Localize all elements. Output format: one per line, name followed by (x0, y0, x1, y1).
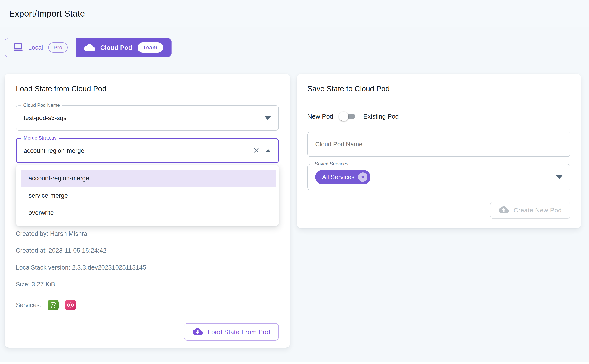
chevron-down-icon[interactable] (265, 116, 271, 120)
services-row: Services: (16, 299, 279, 311)
created-by-text: Created by: Harsh Mishra (16, 230, 279, 237)
laptop-icon (13, 43, 23, 52)
bottom-divider (0, 362, 589, 364)
all-services-chip-label: All Services (322, 174, 354, 181)
mode-tab-group: Local Pro Cloud Pod Team (5, 38, 172, 58)
tab-cloud-pod-label: Cloud Pod (100, 44, 132, 51)
all-services-chip[interactable]: All Services (315, 170, 371, 184)
pod-metadata: Created by: Harsh Mishra Created at: 202… (16, 230, 279, 288)
option-overwrite[interactable]: overwrite (21, 204, 276, 221)
option-service-merge[interactable]: service-merge (21, 187, 276, 204)
sqs-service-icon (65, 299, 76, 311)
tab-local-label: Local (28, 44, 43, 51)
page-title: Export/Import State (9, 8, 85, 19)
export-import-state-page: Export/Import State Local Pro (0, 0, 589, 364)
load-state-button[interactable]: Load State From Pod (184, 323, 279, 340)
new-pod-label: New Pod (307, 113, 333, 120)
load-state-card: Load State from Cloud Pod Cloud Pod Name… (5, 74, 290, 348)
localstack-version-text: LocalStack version: 2.3.3.dev20231025113… (16, 264, 279, 271)
saved-services-select[interactable]: Saved Services All Services (307, 164, 570, 190)
cloud-icon (84, 43, 95, 52)
create-new-pod-button-label: Create New Pod (514, 207, 562, 214)
pro-badge: Pro (48, 42, 68, 52)
tab-local[interactable]: Local Pro (5, 38, 76, 57)
created-at-text: Created at: 2023-11-05 15:24:42 (16, 247, 279, 254)
switch-thumb (339, 111, 348, 121)
text-cursor (85, 147, 85, 155)
pod-mode-toggle-row: New Pod Existing Pod (307, 111, 570, 122)
merge-strategy-combobox[interactable]: Merge Strategy account-region-merge (16, 138, 279, 163)
page-header: Export/Import State (0, 0, 589, 27)
cloud-download-icon (193, 327, 203, 337)
cloud-upload-icon (499, 205, 509, 215)
pod-mode-switch[interactable] (339, 111, 358, 122)
chevron-down-icon[interactable] (556, 175, 563, 179)
saved-services-label: Saved Services (313, 161, 351, 167)
chip-delete-icon[interactable] (358, 172, 367, 182)
save-card-title: Save State to Cloud Pod (307, 84, 570, 93)
s3-service-icon (48, 299, 59, 311)
load-card-title: Load State from Cloud Pod (16, 84, 279, 93)
tab-cloud-pod[interactable]: Cloud Pod Team (76, 38, 171, 57)
load-state-button-label: Load State From Pod (208, 328, 270, 336)
page-content: Local Pro Cloud Pod Team Load State from… (0, 27, 589, 348)
option-account-region-merge[interactable]: account-region-merge (21, 170, 276, 187)
create-new-pod-button[interactable]: Create New Pod (490, 202, 570, 219)
new-pod-name-field (307, 132, 570, 157)
new-pod-name-input[interactable] (315, 141, 563, 148)
team-badge: Team (137, 42, 163, 52)
merge-strategy-listbox: account-region-merge service-merge overw… (16, 165, 279, 226)
chevron-up-icon[interactable] (266, 149, 271, 152)
size-text: Size: 3.27 KiB (16, 281, 279, 288)
services-label: Services: (16, 301, 41, 309)
existing-pod-label: Existing Pod (363, 113, 399, 120)
merge-strategy-label: Merge Strategy (21, 135, 59, 141)
save-state-card: Save State to Cloud Pod New Pod Existing… (297, 74, 581, 228)
pod-name-select-value: test-pod-s3-sqs (24, 114, 66, 122)
merge-strategy-value: account-region-merge (24, 147, 84, 154)
pod-name-select[interactable]: Cloud Pod Name test-pod-s3-sqs (16, 105, 279, 130)
clear-icon[interactable] (253, 147, 260, 155)
pod-name-select-label: Cloud Pod Name (21, 103, 62, 108)
